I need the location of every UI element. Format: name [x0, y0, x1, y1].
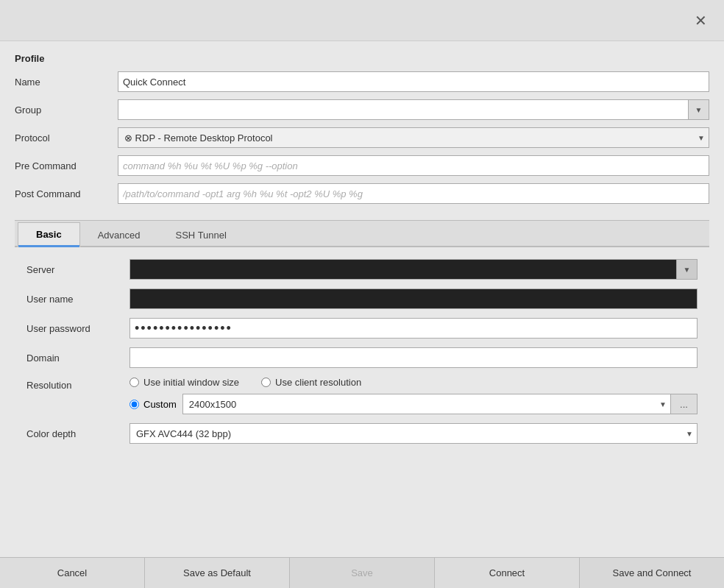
server-row: Server ▼	[26, 259, 698, 280]
color-depth-control-area: GFX AVC444 (32 bpp) GFX AVC420 (32 bpp) …	[129, 423, 698, 444]
name-row: Name	[15, 71, 709, 92]
save-connect-button[interactable]: Save and Connect	[580, 558, 724, 588]
save-default-button[interactable]: Save as Default	[145, 558, 290, 588]
save-button[interactable]: Save	[290, 558, 435, 588]
username-row: User name	[26, 288, 698, 309]
pre-command-label: Pre Command	[15, 160, 118, 171]
group-control-group: ▼	[118, 99, 709, 120]
password-control-area	[129, 318, 698, 339]
resolution-client-label: Use client resolution	[275, 377, 361, 388]
password-row: User password	[26, 318, 698, 339]
protocol-select[interactable]: ⊗ RDP - Remote Desktop Protocol VNC SSH …	[118, 127, 709, 148]
protocol-row: Protocol ⊗ RDP - Remote Desktop Protocol…	[15, 127, 709, 148]
protocol-label: Protocol	[15, 132, 118, 144]
resolution-label: Resolution	[26, 377, 129, 391]
resolution-custom-row: Custom 2400x1500 1920x1080 1280x800 1024…	[129, 394, 698, 414]
resolution-custom-radio[interactable]	[129, 400, 139, 409]
connect-button[interactable]: Connect	[435, 558, 580, 588]
username-input[interactable]	[129, 288, 698, 309]
resolution-client-radio[interactable]	[261, 378, 271, 387]
username-label: User name	[26, 294, 129, 305]
profile-section-title: Profile	[15, 53, 709, 64]
domain-row: Domain	[26, 347, 698, 368]
resolution-select[interactable]: 2400x1500 1920x1080 1280x800 1024x768 80…	[182, 394, 671, 414]
post-command-label: Post Command	[15, 188, 118, 199]
color-depth-label: Color depth	[26, 428, 129, 439]
resolution-initial-radio[interactable]	[129, 378, 139, 387]
pre-command-row: Pre Command	[15, 155, 709, 176]
server-input-group: ▼	[129, 259, 698, 280]
name-input[interactable]	[118, 71, 709, 92]
post-command-input[interactable]	[118, 183, 709, 204]
domain-control-area	[129, 347, 698, 368]
dialog-footer: Cancel Save as Default Save Connect Save…	[0, 557, 724, 588]
server-input[interactable]	[129, 259, 677, 280]
protocol-select-wrapper: ⊗ RDP - Remote Desktop Protocol VNC SSH …	[118, 127, 709, 148]
cancel-button[interactable]: Cancel	[0, 558, 145, 588]
resolution-initial-option[interactable]: Use initial window size	[129, 377, 239, 388]
color-depth-select-wrapper: GFX AVC444 (32 bpp) GFX AVC420 (32 bpp) …	[129, 423, 698, 444]
group-dropdown-btn[interactable]: ▼	[689, 99, 709, 120]
post-command-row: Post Command	[15, 183, 709, 204]
resolution-custom-label: Custom	[143, 399, 177, 410]
resolution-client-option[interactable]: Use client resolution	[261, 377, 361, 388]
group-label: Group	[15, 105, 118, 116]
resolution-initial-label: Use initial window size	[143, 377, 239, 388]
group-row: Group ▼	[15, 99, 709, 120]
close-button[interactable]: ✕	[689, 9, 712, 32]
tab-basic[interactable]: Basic	[18, 222, 80, 247]
username-control-area	[129, 288, 698, 309]
dialog-content: Profile Name Group ▼ Protocol ⊗ RDP - Re…	[0, 41, 724, 557]
server-dropdown-btn[interactable]: ▼	[677, 259, 698, 280]
resolution-custom-option[interactable]: Custom	[129, 399, 177, 410]
tabs-container: Basic Advanced SSH Tunnel Server ▼	[15, 220, 709, 458]
color-depth-select[interactable]: GFX AVC444 (32 bpp) GFX AVC420 (32 bpp) …	[129, 423, 698, 444]
resolution-options-container: Use initial window size Use client resol…	[129, 377, 698, 414]
tab-advanced[interactable]: Advanced	[80, 222, 158, 247]
name-label: Name	[15, 77, 118, 88]
domain-label: Domain	[26, 353, 129, 364]
domain-input[interactable]	[129, 347, 698, 368]
tab-content-basic: Server ▼ User name	[15, 247, 709, 458]
resolution-radio-group: Use initial window size Use client resol…	[129, 377, 698, 388]
server-control-area: ▼	[129, 259, 698, 280]
password-label: User password	[26, 323, 129, 334]
connection-dialog: ✕ Profile Name Group ▼ Protocol ⊗ RDP - …	[0, 0, 724, 588]
pre-command-input[interactable]	[118, 155, 709, 176]
resolution-control-area: Use initial window size Use client resol…	[129, 377, 698, 414]
tabs-bar: Basic Advanced SSH Tunnel	[15, 221, 709, 247]
resolution-select-wrapper: 2400x1500 1920x1080 1280x800 1024x768 80…	[182, 394, 671, 414]
title-bar: ✕	[0, 0, 724, 41]
password-input[interactable]	[129, 318, 698, 339]
tab-ssh-tunnel[interactable]: SSH Tunnel	[158, 222, 244, 247]
resolution-row: Resolution Use initial window size U	[26, 377, 698, 414]
group-input[interactable]	[118, 99, 689, 120]
server-label: Server	[26, 264, 129, 275]
resolution-more-button[interactable]: ...	[671, 394, 698, 414]
color-depth-row: Color depth GFX AVC444 (32 bpp) GFX AVC4…	[26, 423, 698, 444]
